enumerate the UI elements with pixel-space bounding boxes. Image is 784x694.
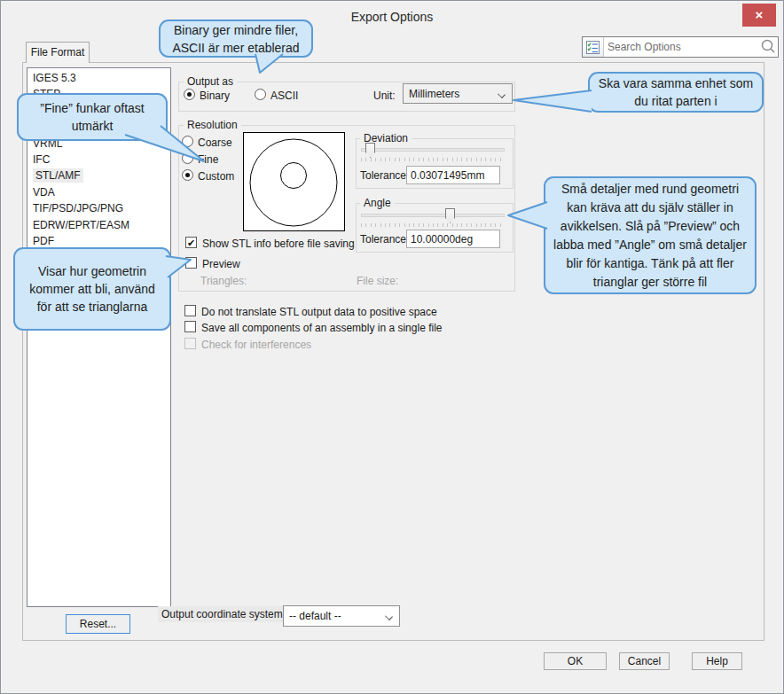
list-item-selected[interactable]: STL/AMF: [27, 168, 170, 183]
triangles-label: Triangles:: [200, 275, 247, 287]
check-interferences-label: Check for interferences: [201, 339, 311, 351]
list-item[interactable]: EDRW/EPRT/EASM: [27, 217, 170, 233]
help-button[interactable]: Help: [692, 652, 742, 670]
coarse-label[interactable]: Coarse: [198, 136, 232, 149]
deviation-slider-ticks: [361, 158, 505, 161]
deviation-tolerance-label: Tolerance:: [360, 169, 409, 182]
deviation-tolerance-input[interactable]: [406, 166, 500, 184]
search-options-icon: [583, 37, 604, 57]
angle-legend: Angle: [360, 197, 395, 209]
fine-radio[interactable]: [182, 152, 193, 164]
callout-fine-note: ”Fine” funkar oftast utmärkt: [17, 93, 168, 141]
callout-preview-note: Visar hur geometrin kommer att bli, anvä…: [13, 247, 171, 331]
list-item[interactable]: IFC: [27, 152, 170, 168]
deviation-slider-track[interactable]: [361, 148, 505, 152]
no-translate-label[interactable]: Do not translate STL output data to posi…: [201, 306, 437, 318]
single-file-label[interactable]: Save all components of an assembly in a …: [201, 322, 442, 334]
binary-label[interactable]: Binary: [200, 90, 230, 102]
coordinate-system-label: Output coordinate system:: [158, 606, 289, 622]
angle-tolerance-label: Tolerance:: [360, 233, 409, 246]
custom-radio[interactable]: [182, 169, 193, 181]
custom-label[interactable]: Custom: [198, 170, 234, 183]
chevron-down-icon: [385, 612, 393, 620]
search-bar: [582, 36, 779, 58]
output-as-legend: Output as: [184, 75, 237, 88]
deviation-legend: Deviation: [360, 132, 412, 144]
no-translate-checkbox[interactable]: [184, 305, 196, 316]
checkmark-icon: ✔: [187, 238, 195, 248]
dialog-title: Export Options: [1, 10, 783, 24]
show-stl-info-checkbox[interactable]: ✔: [185, 237, 197, 248]
coordinate-system-dropdown[interactable]: -- default --: [283, 605, 400, 627]
list-item[interactable]: TIF/PSD/JPG/PNG: [27, 200, 170, 216]
close-button[interactable]: ×: [742, 4, 776, 27]
fine-label[interactable]: Fine: [198, 153, 218, 166]
file-size-label: File size:: [357, 275, 398, 287]
show-stl-info-label[interactable]: Show STL info before file saving: [202, 238, 355, 250]
callout-angle-note: Små detaljer med rund geometri kan kräva…: [544, 176, 757, 294]
ok-button[interactable]: OK: [544, 652, 607, 670]
resolution-legend: Resolution: [184, 119, 241, 131]
ascii-radio[interactable]: [255, 89, 266, 100]
ascii-label[interactable]: ASCII: [270, 90, 298, 102]
unit-dropdown[interactable]: Millimeters: [403, 83, 513, 104]
list-item[interactable]: IGES 5.3: [27, 70, 170, 86]
magnifier-icon[interactable]: [758, 37, 778, 57]
preview-label[interactable]: Preview: [202, 258, 240, 270]
binary-radio[interactable]: [184, 89, 195, 100]
format-list: IGES 5.3 STEP VRML IFC STL/AMF VDA TIF/P…: [27, 67, 171, 607]
callout-unit-note: Ska vara samma enhet som du ritat parten…: [588, 72, 764, 113]
preview-checkbox[interactable]: [185, 257, 197, 269]
title-bar: Export Options ×: [1, 1, 783, 33]
callout-binary-note: Binary ger mindre filer, ASCII är mer et…: [159, 19, 313, 58]
cancel-button[interactable]: Cancel: [619, 652, 670, 670]
angle-tolerance-input[interactable]: [406, 230, 500, 248]
unit-label: Unit:: [373, 90, 396, 102]
search-input[interactable]: [604, 41, 758, 53]
export-options-dialog: Export Options × File Format IGES 5.3: [0, 0, 784, 694]
resolution-preview-image: [243, 132, 345, 231]
check-interferences-checkbox: [184, 338, 196, 349]
chevron-down-icon: [498, 90, 506, 98]
single-file-checkbox[interactable]: [184, 321, 196, 332]
list-item[interactable]: VDA: [27, 184, 170, 200]
close-icon: ×: [756, 7, 764, 22]
angle-slider-ticks: [361, 223, 505, 227]
coarse-radio[interactable]: [182, 136, 193, 147]
reset-button[interactable]: Reset...: [66, 614, 130, 634]
angle-slider-track[interactable]: [361, 214, 505, 217]
tab-file-format[interactable]: File Format: [26, 42, 90, 63]
